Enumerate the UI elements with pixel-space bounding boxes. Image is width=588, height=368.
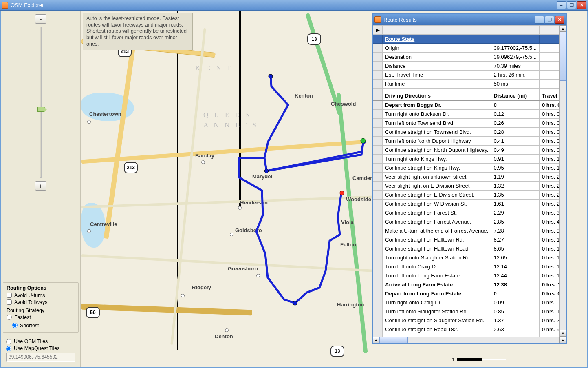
shortest-radio[interactable] <box>12 323 18 328</box>
zoom-slider[interactable] <box>40 27 42 178</box>
scroll-thumb[interactable] <box>560 32 566 81</box>
svg-point-1 <box>264 169 269 173</box>
table-row[interactable]: Continue straight on Forrest Avenue.2.85… <box>373 217 566 226</box>
table-row[interactable]: Driving DirectionsDistance (mi)Travel Ti… <box>373 91 566 101</box>
place-cheswold: Cheswold <box>331 101 356 107</box>
table-row[interactable]: Turn right onto Craig Dr.0.090 hrs. 0 mi… <box>373 298 566 307</box>
table-row[interactable]: Make a U-turn at the end of Forrest Aven… <box>373 226 566 235</box>
sidebar: - + Routing Options Avoid U-turns Avoid … <box>1 11 81 367</box>
dot <box>181 294 185 297</box>
results-grid[interactable]: ▶ Route Stats Origin39.177002,-75.5...De… <box>373 25 566 337</box>
place-marydel: Marydel <box>252 173 272 180</box>
table-row[interactable]: Arrive at Long Farm Estate.12.380 hrs. 1… <box>373 280 566 289</box>
table-row[interactable]: Continue straight on Halltown Road.8.650… <box>373 244 566 253</box>
mapquest-tiles-option[interactable]: Use MapQuest Tiles <box>6 346 75 351</box>
table-row[interactable]: Turn left onto Craig Dr.12.140 hrs. 17 m… <box>373 262 566 271</box>
table-row[interactable]: Depart from Boggs Dr.00 hrs. 0 min. <box>373 100 566 110</box>
table-row[interactable]: Veer slight right on unknown street1.190… <box>373 173 566 182</box>
place-goldsboro: Goldsboro <box>235 227 262 233</box>
scroll-right-arrow[interactable]: ► <box>559 337 566 343</box>
shield-13b: 13 <box>330 346 344 357</box>
shortest-option[interactable]: Shortest <box>12 323 39 328</box>
table-row[interactable]: Est. Travel Time2 hrs. 26 min. <box>373 71 566 80</box>
zoom-out-button[interactable]: - <box>35 14 46 24</box>
shield-50: 50 <box>86 307 100 318</box>
table-row[interactable]: Continue straight on Slaughter Station R… <box>373 316 566 325</box>
table-row[interactable]: Origin39.177002,-75.5... <box>373 44 566 53</box>
mapquest-tiles-radio[interactable] <box>6 346 11 351</box>
table-row[interactable]: Destination39.096279,-75.5... <box>373 53 566 62</box>
place-henderson: Henderson <box>240 200 268 206</box>
scroll-left-arrow[interactable]: ◄ <box>373 337 379 343</box>
route-results-window[interactable]: Route Results – ❐ ✕ ▶ Route Stats Origin… <box>372 13 567 344</box>
dot <box>256 274 260 277</box>
row-selector[interactable]: ▶ <box>373 26 383 35</box>
routing-options-title: Routing Options <box>7 285 75 291</box>
dot <box>87 120 91 124</box>
routing-strategy-label: Routing Strategy <box>7 308 75 313</box>
table-row[interactable]: Turn left onto Townsend Blvd.0.260 hrs. … <box>373 119 566 128</box>
fastest-radio[interactable] <box>7 315 12 320</box>
table-row[interactable]: Depart from Long Farm Estate.00 hrs. 0 m… <box>373 289 566 298</box>
svg-point-0 <box>269 74 273 78</box>
horizontal-scrollbar[interactable]: ◄ ► <box>373 337 566 343</box>
place-centreville: Centreville <box>90 221 117 227</box>
table-row[interactable]: Turn left onto Long Farm Estate.12.440 h… <box>373 271 566 280</box>
table-row[interactable]: Continue straight on W Division St.1.610… <box>373 200 566 208</box>
results-minimize-button[interactable]: – <box>535 16 544 24</box>
avoid-uturns-option[interactable]: Avoid U-turns <box>7 293 75 298</box>
table-row[interactable]: Turn right onto Slaughter Station Rd.12.… <box>373 253 566 262</box>
restore-button[interactable]: ❐ <box>567 1 576 9</box>
scroll-up-arrow[interactable]: ▲ <box>560 25 566 32</box>
results-close-button[interactable]: ✕ <box>555 16 564 24</box>
fastest-option[interactable]: Fastest <box>7 315 75 320</box>
svg-point-2 <box>293 301 297 305</box>
table-row[interactable]: Turn right onto Buckson Dr.0.120 hrs. 0 … <box>373 110 566 119</box>
results-maximize-button[interactable]: ❐ <box>545 16 554 24</box>
osm-tiles-option[interactable]: Use OSM Tiles <box>6 339 75 344</box>
table-row[interactable]: Veer slight right on E Division Street1.… <box>373 182 566 191</box>
table-row[interactable]: Turn left onto Main St.2.940 hrs. 5 min. <box>373 334 566 337</box>
place-barclay: Barclay <box>195 153 214 159</box>
scale-value: 1 <box>452 357 455 363</box>
dot <box>230 233 233 236</box>
place-camden: Camden <box>352 175 373 181</box>
hscroll-thumb[interactable] <box>379 337 408 343</box>
close-button[interactable]: ✕ <box>577 1 586 9</box>
table-row[interactable]: Distance70.39 miles <box>373 62 566 71</box>
osm-tiles-radio[interactable] <box>6 339 11 344</box>
place-harrington: Harrington <box>337 301 364 308</box>
avoid-uturns-checkbox[interactable] <box>7 293 12 298</box>
vertical-scrollbar[interactable]: ▲ ▼ <box>559 25 566 337</box>
table-row[interactable]: Runtime50 ms <box>373 80 566 89</box>
table-row[interactable] <box>373 89 566 91</box>
minor <box>170 28 206 345</box>
table-row[interactable]: Turn left onto Slaughter Station Rd.0.85… <box>373 307 566 316</box>
dot <box>225 328 229 332</box>
zoom-in-button[interactable]: + <box>35 181 46 191</box>
table-row[interactable]: Turn right onto Kings Hwy.0.910 hrs. 1 m… <box>373 155 566 164</box>
table-row[interactable]: Continue straight on Kings Hwy.0.950 hrs… <box>373 164 566 173</box>
table-row[interactable]: Continue straight on North Dupont Highwa… <box>373 146 566 155</box>
route-results-titlebar[interactable]: Route Results – ❐ ✕ <box>373 14 566 25</box>
avoid-tollways-option[interactable]: Avoid Tollways <box>7 299 75 305</box>
place-chestertown: Chestertown <box>89 111 121 117</box>
minimize-button[interactable]: – <box>557 1 566 9</box>
table-row[interactable]: Continue straight on Halltown Rd.8.270 h… <box>373 235 566 244</box>
place-kenton: Kenton <box>295 93 313 99</box>
table-row[interactable]: Continue straight on Road 182.2.630 hrs.… <box>373 325 566 334</box>
avoid-tollways-checkbox[interactable] <box>7 299 12 305</box>
scroll-down-arrow[interactable]: ▼ <box>560 330 566 337</box>
table-row[interactable]: Continue straight on Townsend Blvd.0.280… <box>373 128 566 137</box>
zoom-thumb[interactable] <box>37 107 45 112</box>
rd <box>104 36 137 239</box>
app-icon <box>2 2 8 9</box>
svg-point-4 <box>340 191 344 195</box>
table-row[interactable]: Continue straight on E Division Street.1… <box>373 191 566 200</box>
table-row[interactable]: Turn left onto North Dupont Highway.0.41… <box>373 137 566 146</box>
routing-mode-tooltip: Auto is the least-restricted mode. Faste… <box>83 13 193 50</box>
table-row[interactable]: Continue straight on Forest St.2.290 hrs… <box>373 208 566 217</box>
app-titlebar[interactable]: OSM Explorer – ❐ ✕ <box>0 0 588 11</box>
cursor-coords: 39.149906,-75.645592 <box>6 353 75 362</box>
results-icon <box>374 16 381 23</box>
